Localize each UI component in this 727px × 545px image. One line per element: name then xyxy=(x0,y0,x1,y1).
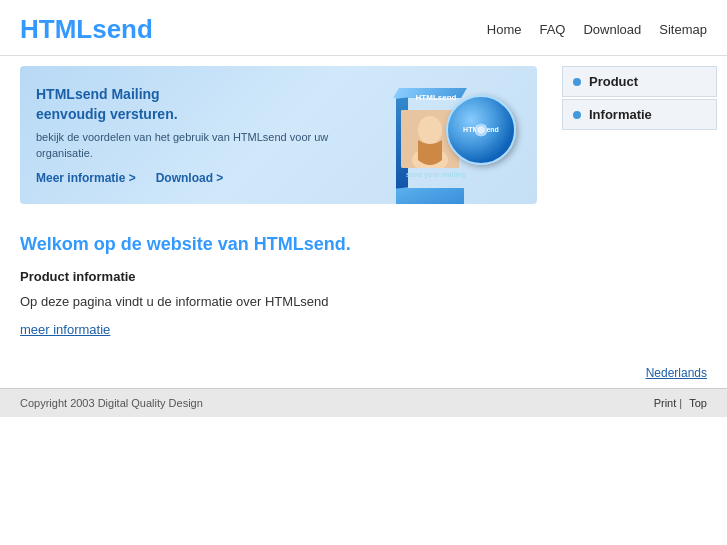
footer-right: Print | Top xyxy=(650,397,707,409)
banner-image: HTMLsend send your mailing xyxy=(361,80,521,190)
nav-sitemap[interactable]: Sitemap xyxy=(659,22,707,37)
sidebar: Product Informatie xyxy=(557,56,727,357)
banner-text: HTMLsend Mailing eenvoudig versturen. be… xyxy=(36,85,361,185)
cd-disc: HTMLsend xyxy=(446,95,516,165)
nav-download[interactable]: Download xyxy=(583,22,641,37)
nav-home[interactable]: Home xyxy=(487,22,522,37)
banner-title: HTMLsend Mailing eenvoudig versturen. xyxy=(36,85,361,124)
footer: Copyright 2003 Digital Quality Design Pr… xyxy=(0,388,727,417)
logo: HTMLsend xyxy=(20,14,153,45)
sidebar-dot-product xyxy=(573,78,581,86)
meer-informatie-link[interactable]: meer informatie xyxy=(20,322,110,337)
banner: HTMLsend Mailing eenvoudig versturen. be… xyxy=(20,66,537,204)
main-nav: Home FAQ Download Sitemap xyxy=(487,22,707,37)
sidebar-label-product: Product xyxy=(589,74,638,89)
sidebar-item-informatie[interactable]: Informatie xyxy=(562,99,717,130)
sidebar-dot-informatie xyxy=(573,111,581,119)
header: HTMLsend Home FAQ Download Sitemap xyxy=(0,0,727,56)
content-area: HTMLsend Mailing eenvoudig versturen. be… xyxy=(0,56,557,357)
sidebar-item-product[interactable]: Product xyxy=(562,66,717,97)
main-layout: HTMLsend Mailing eenvoudig versturen. be… xyxy=(0,56,727,357)
top-link[interactable]: Top xyxy=(689,397,707,409)
nav-faq[interactable]: FAQ xyxy=(539,22,565,37)
cd-hole xyxy=(476,125,486,135)
section-title: Product informatie xyxy=(20,269,537,284)
svg-point-1 xyxy=(418,116,442,144)
page-heading: Welkom op de website van HTMLsend. xyxy=(20,234,537,255)
sidebar-label-informatie: Informatie xyxy=(589,107,652,122)
content-paragraph: Op deze pagina vindt u de informatie ove… xyxy=(20,292,537,312)
footer-language: Nederlands xyxy=(0,357,727,388)
banner-links: Meer informatie > Download > xyxy=(36,171,361,185)
print-link[interactable]: Print xyxy=(654,397,677,409)
copyright-text: Copyright 2003 Digital Quality Design xyxy=(20,397,203,409)
box-front: HTMLsend send your mailing xyxy=(396,188,464,205)
banner-download-link[interactable]: Download > xyxy=(156,171,224,185)
page-content: Welkom op de website van HTMLsend. Produ… xyxy=(20,224,537,337)
language-link[interactable]: Nederlands xyxy=(646,366,707,380)
banner-meer-link[interactable]: Meer informatie > xyxy=(36,171,136,185)
box-bottom-label: send your mailing xyxy=(396,171,476,178)
footer-separator: | xyxy=(679,397,685,409)
banner-description: bekijk de voordelen van het gebruik van … xyxy=(36,130,361,161)
